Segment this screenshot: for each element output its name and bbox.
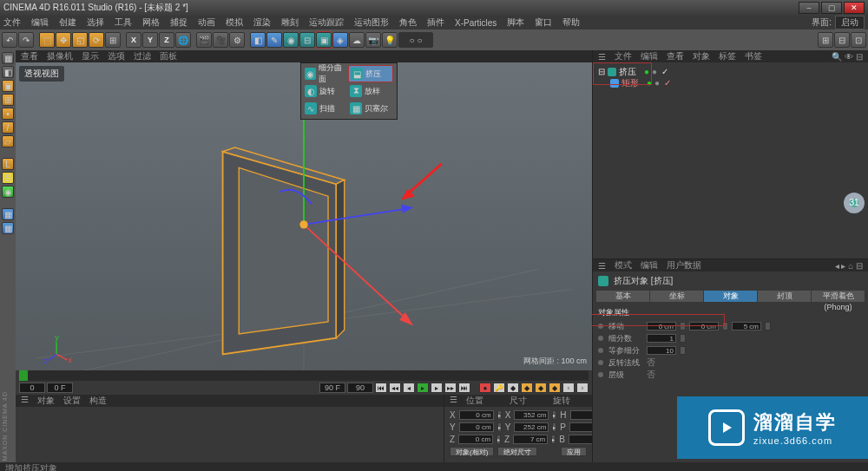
y-lock[interactable]: Y <box>142 32 158 48</box>
rotate-tool[interactable]: ⟳ <box>89 32 104 48</box>
x-lock[interactable]: X <box>126 32 141 48</box>
tl-end2[interactable] <box>347 383 373 393</box>
tab-basic[interactable]: 基本 <box>596 291 649 302</box>
last-tool[interactable]: ⊞ <box>105 32 121 48</box>
menu-window[interactable]: 窗口 <box>535 16 552 29</box>
om-view[interactable]: 查看 <box>667 50 684 62</box>
make-editable[interactable]: ▦ <box>2 52 14 64</box>
mat-tab-create[interactable]: 对象 <box>37 395 55 407</box>
pos-x[interactable] <box>459 410 494 420</box>
menu-mograph[interactable]: 运动图形 <box>354 16 389 29</box>
coord-sys[interactable]: 🌐 <box>175 32 191 48</box>
coord-mode-b[interactable]: 绝对尺寸 <box>497 447 537 456</box>
tab-coord[interactable]: 坐标 <box>650 291 703 302</box>
menu-select[interactable]: 选择 <box>87 16 104 29</box>
om-obj[interactable]: 对象 <box>693 50 710 62</box>
menu-plugins[interactable]: 插件 <box>427 16 444 29</box>
misc-2[interactable]: ▦ <box>2 222 14 234</box>
close-button[interactable]: ✕ <box>844 2 865 14</box>
axis-mode[interactable]: L <box>2 158 14 170</box>
am-mode[interactable]: 模式 <box>615 259 632 271</box>
layout-value[interactable]: 启动 <box>835 16 865 29</box>
menu-mesh[interactable]: 网格 <box>142 16 160 29</box>
menu-file[interactable]: 文件 <box>3 16 21 29</box>
menu-create[interactable]: 创建 <box>59 16 76 29</box>
panel-btn-2[interactable]: ⊟ <box>834 32 850 48</box>
tl-opt-2[interactable]: ▫ <box>576 383 589 393</box>
panel-btn-1[interactable]: ⊞ <box>818 32 833 48</box>
mat-tab-func[interactable]: 构造 <box>89 395 107 407</box>
vp-menu-filter[interactable]: 过滤 <box>134 50 151 62</box>
poly-mode[interactable]: ▱ <box>2 135 14 147</box>
menu-snap[interactable]: 捕捉 <box>170 16 187 29</box>
undo-button[interactable]: ↶ <box>2 32 17 48</box>
menu-char[interactable]: 角色 <box>399 16 417 29</box>
siz-z[interactable] <box>513 435 548 444</box>
gen-bezier[interactable]: ▦贝塞尔 <box>348 100 393 117</box>
render-view[interactable]: 🎬 <box>196 32 212 48</box>
panel-btn-3[interactable]: ⊡ <box>851 32 866 48</box>
render-settings[interactable]: ⚙ <box>229 32 245 48</box>
gen-lathe[interactable]: ◐旋转 <box>303 82 348 100</box>
vp-menu-display[interactable]: 显示 <box>82 50 99 62</box>
coord-mode-a[interactable]: 对象(相对) <box>450 447 494 456</box>
z-lock[interactable]: Z <box>159 32 174 48</box>
extra-tools[interactable]: ○ ○ <box>398 32 433 48</box>
point-mode[interactable]: • <box>2 108 14 120</box>
timeline-marker[interactable] <box>19 370 28 381</box>
menu-anim[interactable]: 动画 <box>198 16 215 29</box>
tab-caps[interactable]: 封顶 <box>758 291 811 302</box>
gen-loft[interactable]: ⧗放样 <box>348 82 393 100</box>
light[interactable]: 💡 <box>382 32 398 48</box>
iso-val[interactable] <box>647 346 676 355</box>
tl-next[interactable]: ▸ <box>431 383 443 393</box>
tl-end[interactable] <box>319 383 345 393</box>
primitive-cube[interactable]: ◧ <box>250 32 266 48</box>
generator-extrude[interactable]: ▣ <box>316 32 332 48</box>
camera[interactable]: 📷 <box>365 32 381 48</box>
menu-edit[interactable]: 编辑 <box>31 16 49 29</box>
menu-help[interactable]: 帮助 <box>562 16 580 29</box>
tl-cur[interactable] <box>47 383 73 393</box>
am-userdata[interactable]: 用户数据 <box>667 259 701 271</box>
tl-key-pla[interactable]: ◆ <box>549 383 561 393</box>
coord-apply[interactable]: 应用 <box>561 447 587 456</box>
timeline-track[interactable] <box>19 370 589 381</box>
scale-tool[interactable]: ◱ <box>72 32 88 48</box>
tl-key-s[interactable]: ◆ <box>521 383 533 393</box>
misc-1[interactable]: ▦ <box>2 208 14 220</box>
menu-sculpt[interactable]: 雕刻 <box>281 16 299 29</box>
gen-sweep[interactable]: ∿扫描 <box>303 100 348 117</box>
vp-menu-panel[interactable]: 面板 <box>160 50 177 62</box>
minimize-button[interactable]: – <box>799 2 819 14</box>
maximize-button[interactable]: ▢ <box>821 2 842 14</box>
menu-script[interactable]: 脚本 <box>507 16 524 29</box>
nav-wheel[interactable]: 31 <box>842 191 866 215</box>
tl-key-r[interactable]: ◆ <box>535 383 547 393</box>
snap-toggle[interactable]: S <box>2 172 14 184</box>
workplane-mode[interactable]: ⊞ <box>2 94 14 106</box>
render-pv[interactable]: 🎥 <box>213 32 228 48</box>
texture-mode[interactable]: ▣ <box>2 80 14 92</box>
selection-tool[interactable]: ⬚ <box>39 32 55 48</box>
edge-mode[interactable]: / <box>2 121 14 134</box>
tl-play[interactable]: ▸ <box>417 383 429 393</box>
om-bookmark[interactable]: 书签 <box>745 50 762 62</box>
om-tags[interactable]: 标签 <box>719 50 736 62</box>
gen-subdiv[interactable]: ◉细分曲面 <box>303 65 348 82</box>
tab-object[interactable]: 对象 <box>704 291 757 302</box>
tl-next-key[interactable]: ▸▸ <box>444 383 457 393</box>
pos-z[interactable] <box>458 435 493 444</box>
mat-tab-edit[interactable]: 设置 <box>63 395 81 407</box>
move-tool[interactable]: ✥ <box>56 32 71 48</box>
vp-menu-view[interactable]: 查看 <box>21 50 38 62</box>
subdiv-val[interactable] <box>647 334 676 343</box>
viewport[interactable]: 透视视图 <box>16 62 592 370</box>
pos-y[interactable] <box>459 422 494 432</box>
tl-record[interactable]: ● <box>479 383 491 393</box>
spline-pen[interactable]: ✎ <box>266 32 282 48</box>
vp-menu-options[interactable]: 选项 <box>108 50 125 62</box>
tl-start[interactable] <box>19 383 45 393</box>
object-tree[interactable]: ⊟ 挤压 ●●✓ 矩形 ●●✓ <box>593 62 868 258</box>
generator-nurbs[interactable]: ◉ <box>283 32 299 48</box>
